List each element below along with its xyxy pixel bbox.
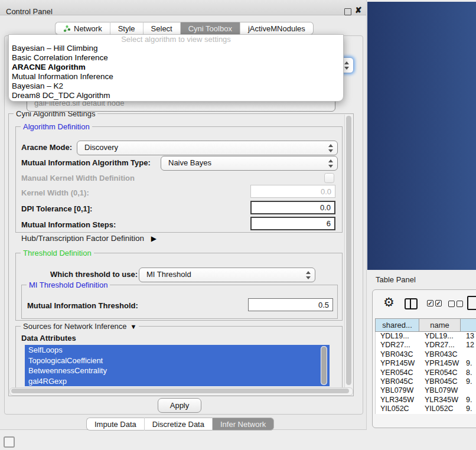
table-cell: YLR345W [420, 396, 461, 405]
manual-kernel-width-label: Manual Kernel Width Definition [21, 174, 135, 182]
algorithm-dropdown-options: Bayesian – Hill ClimbingBasic Correlatio… [9, 44, 343, 100]
tab-network[interactable]: Network [55, 22, 110, 35]
unchecked-checkbox-icon[interactable] [457, 301, 463, 307]
node-table: shared...name YDL19...YDL19...13YDR27...… [375, 318, 476, 414]
table-cell: YBR043C [420, 350, 461, 359]
tab-jactivemnodules[interactable]: jActiveMNodules [240, 22, 314, 35]
column-header-shared[interactable]: shared... [375, 318, 419, 332]
manual-kernel-width-checkbox[interactable] [324, 173, 334, 183]
attribute-item-betweennesscentrality[interactable]: BetweennessCentrality [25, 366, 330, 376]
table-row[interactable]: YBR043CYBR043C [376, 350, 476, 359]
which-threshold-combobox[interactable]: MI Threshold [139, 268, 315, 282]
expand-arrow-icon[interactable]: ▶ [151, 234, 157, 243]
close-panel-icon[interactable]: ✘ [355, 5, 362, 15]
dropdown-option-bayesian-k2[interactable]: Bayesian – K2 [9, 81, 343, 91]
column-header-name[interactable]: name [419, 318, 461, 332]
attribute-item-topologicalcoefficient[interactable]: TopologicalCoefficient [25, 356, 330, 366]
table-cell: YIL052C [376, 405, 420, 413]
table-row[interactable]: YER054CYER054C8. [376, 369, 476, 377]
dpi-tolerance-field[interactable] [250, 201, 335, 214]
data-attributes-list: SelfLoopsTopologicalCoefficientBetweenne… [25, 345, 330, 386]
table-cell: YBR045C [376, 377, 420, 386]
table-panel-title: Table Panel [376, 275, 416, 284]
table-row[interactable]: YDR27...YDR27...12 [376, 341, 476, 350]
sources-group-title[interactable]: Sources for Network Inference▼ [21, 322, 139, 331]
table-cell: 9. [461, 377, 476, 386]
aracne-mode-combobox[interactable]: Discovery [77, 141, 338, 155]
table-cell [461, 350, 476, 359]
table-row[interactable]: YBL079WYBL079W [376, 386, 476, 395]
document-icon[interactable] [467, 296, 476, 310]
column-header-col2[interactable] [461, 318, 476, 332]
table-row[interactable]: YDL19...YDL19...13 [376, 332, 476, 341]
table-cell: YDR27... [376, 341, 420, 350]
table-row[interactable]: YBR045CYBR045C9. [376, 377, 476, 386]
table-cell: 8. [461, 369, 476, 377]
mi-steps-field[interactable] [250, 217, 335, 230]
hub-definition-label: Hub/Transcription Factor Definition [21, 234, 144, 243]
tab-discretize-data[interactable]: Discretize Data [145, 418, 213, 431]
table-cell: YDL19... [420, 332, 461, 341]
hub-definition-expander[interactable]: Hub/Transcription Factor Definition ▶ [21, 234, 157, 243]
tab-impute-data[interactable]: Impute Data [86, 418, 145, 431]
tab-label: Cyni Toolbox [188, 24, 232, 33]
kernel-width-field[interactable] [250, 185, 335, 198]
dropdown-option-aracne-algorithm[interactable]: ARACNE Algorithm [9, 63, 343, 72]
float-panel-icon[interactable] [344, 8, 351, 15]
table-cell: YPR145W [376, 359, 420, 368]
docked-window-icon[interactable] [4, 436, 15, 448]
table-row[interactable]: YPR145WYPR145W9. [376, 359, 476, 368]
attribute-item-selfloops[interactable]: SelfLoops [25, 345, 330, 356]
table-cell: YLR345W [376, 396, 420, 405]
unchecked-checkbox-icon[interactable] [448, 301, 455, 307]
apply-button[interactable]: Apply [158, 398, 201, 413]
cyni-bottom-tabs: Impute DataDiscretize DataInfer Network [86, 418, 274, 431]
table-row[interactable]: YIL052CYIL052C9. [376, 405, 476, 413]
attribute-item-gal4rgexp[interactable]: gal4RGexp [25, 376, 330, 387]
tab-select[interactable]: Select [144, 22, 181, 35]
data-attributes-label: Data Attributes [21, 334, 76, 343]
tab-label: jActiveMNodules [248, 24, 305, 33]
dropdown-option-dream8-dc-tdc-algorithm[interactable]: Dream8 DC_TDC Algorithm [9, 91, 343, 100]
table-cell: YDL19... [376, 332, 420, 341]
control-panel-title: Control Panel [6, 7, 53, 16]
settings-horizontal-scrollbar[interactable] [9, 387, 353, 396]
mi-threshold-field[interactable] [248, 298, 333, 311]
tab-label: Network [74, 24, 102, 33]
mi-algorithm-type-value: Naive Bayes [168, 156, 211, 169]
dropdown-option-bayesian-hill-climbing[interactable]: Bayesian – Hill Climbing [9, 44, 343, 53]
table-panel: ⚙ ✓ ✓ shared...name YDL19...YDL19...13YD… [372, 289, 476, 428]
table-cell: 12 [461, 341, 476, 350]
tab-label: Discretize Data [152, 420, 204, 429]
table-cell: 9. [461, 359, 476, 368]
table-cell: YBR043C [376, 350, 420, 359]
tab-infer-network[interactable]: Infer Network [213, 418, 274, 431]
mi-algorithm-type-combobox[interactable]: Naive Bayes [161, 156, 338, 171]
tab-cyni-toolbox[interactable]: Cyni Toolbox [181, 22, 240, 35]
table-cell [461, 386, 476, 395]
algorithm-dropdown-placeholder: Select algorithm to view settings [9, 35, 343, 44]
checked-checkbox-icon[interactable]: ✓ [427, 300, 433, 306]
table-cell: YER054C [376, 369, 420, 377]
mi-threshold-definition-title: MI Threshold Definition [27, 281, 110, 289]
table-header-row: shared...name [375, 318, 476, 332]
dropdown-option-basic-correlation-inference[interactable]: Basic Correlation Inference [9, 53, 343, 63]
gear-icon[interactable]: ⚙ [383, 296, 395, 309]
attributes-list-scrollbar[interactable] [321, 346, 327, 385]
tab-style[interactable]: Style [110, 22, 144, 35]
network-icon [63, 25, 71, 32]
table-row[interactable]: YLR345WYLR345W9. [376, 396, 476, 405]
threshold-definition-title: Threshold Definition [21, 249, 94, 257]
column-layout-icon[interactable] [405, 298, 418, 309]
settings-vertical-scrollbar[interactable] [344, 115, 353, 387]
collapse-arrow-icon[interactable]: ▼ [131, 323, 137, 330]
dropdown-option-mutual-information-inference[interactable]: Mutual Information Inference [9, 72, 343, 81]
table-cell: 9. [461, 396, 476, 405]
control-panel-titlebar: Control Panel ✘ [0, 0, 366, 15]
table-cell: YDR27... [420, 341, 461, 350]
combobox-spinner-icon [306, 271, 311, 279]
mi-steps-label: Mutual Information Steps: [21, 220, 116, 229]
checked-checkbox-icon[interactable]: ✓ [435, 300, 442, 306]
table-cell: YBR045C [420, 377, 461, 386]
control-panel-tabs: NetworkStyleSelectCyni ToolboxjActiveMNo… [55, 22, 314, 35]
